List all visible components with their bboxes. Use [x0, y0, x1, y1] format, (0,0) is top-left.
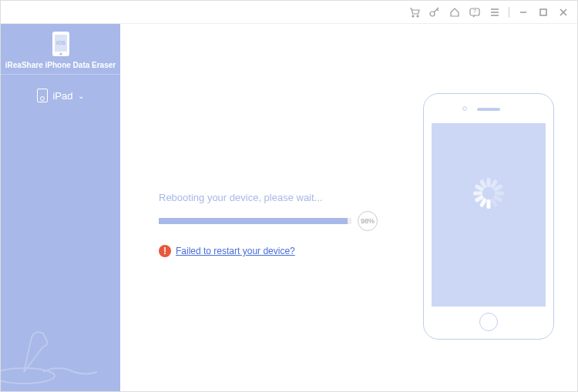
- phone-illustration: [423, 93, 554, 340]
- spinner-icon: [472, 198, 506, 232]
- main: iOS iReaShare iPhone Data Eraser iPad ⌄ …: [1, 24, 577, 391]
- alert-icon: !: [159, 245, 171, 257]
- error-row: ! Failed to restart your device?: [159, 245, 390, 257]
- device-icon: [37, 89, 48, 102]
- device-name: iPad: [52, 90, 72, 102]
- svg-rect-5: [540, 9, 546, 15]
- phone-screen: [432, 123, 546, 307]
- logo: iOS iReaShare iPhone Data Eraser: [1, 24, 120, 75]
- sidebar-decoration: [1, 299, 120, 391]
- progress-area: Rebooting your device, please wait... 98…: [159, 192, 390, 257]
- titlebar-divider: [509, 7, 509, 18]
- progress-percent: 98%: [358, 211, 378, 231]
- cart-icon[interactable]: [408, 6, 421, 18]
- phone-camera: [462, 106, 467, 111]
- phone-speaker: [477, 108, 500, 111]
- menu-icon[interactable]: [489, 6, 501, 18]
- home-icon[interactable]: [449, 6, 461, 18]
- chevron-down-icon: ⌄: [78, 92, 84, 100]
- key-icon[interactable]: [428, 6, 441, 18]
- sidebar: iOS iReaShare iPhone Data Eraser iPad ⌄: [1, 24, 120, 391]
- logo-icon: iOS: [49, 30, 72, 58]
- error-link[interactable]: Failed to restart your device?: [176, 246, 295, 256]
- svg-text:?: ?: [473, 8, 476, 14]
- content: Rebooting your device, please wait... 98…: [120, 24, 577, 391]
- svg-point-8: [59, 53, 62, 55]
- titlebar: ?: [1, 1, 577, 24]
- progress-row: 98%: [159, 211, 390, 231]
- maximize-icon[interactable]: [537, 6, 549, 18]
- device-selector[interactable]: iPad ⌄: [37, 89, 83, 102]
- progress-bar: [159, 218, 351, 224]
- status-message: Rebooting your device, please wait...: [159, 192, 390, 203]
- svg-text:iOS: iOS: [55, 40, 65, 45]
- close-icon[interactable]: [557, 6, 570, 18]
- phone-home-button: [479, 313, 498, 331]
- svg-point-1: [417, 15, 418, 17]
- progress-fill: [159, 218, 348, 224]
- feedback-icon[interactable]: ?: [469, 6, 481, 18]
- brand-text: iReaShare iPhone Data Eraser: [5, 61, 116, 69]
- svg-point-0: [412, 15, 414, 17]
- minimize-icon[interactable]: [517, 6, 529, 18]
